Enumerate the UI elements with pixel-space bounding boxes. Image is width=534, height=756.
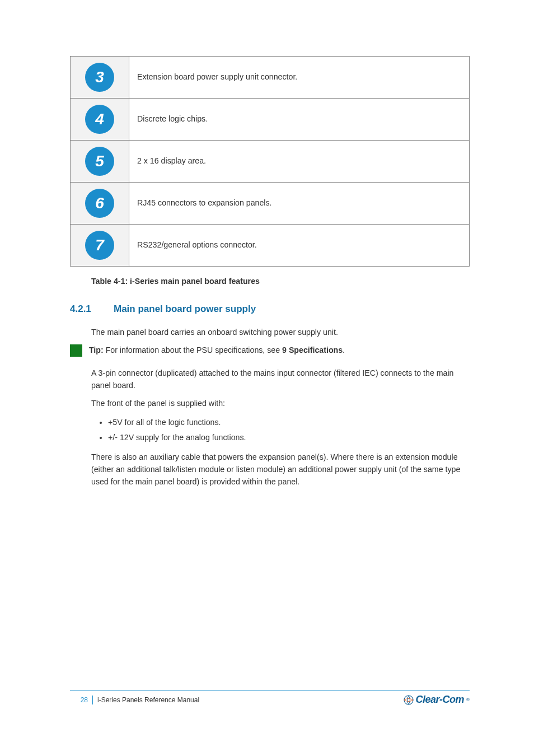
table-row: 5 2 x 16 display area. (71, 141, 470, 183)
number-badge: 6 (85, 189, 114, 218)
brand-logo: Clear-Com® (404, 694, 470, 706)
paragraph: The main panel board carries an onboard … (91, 326, 470, 338)
list-item: +/- 12V supply for the analog functions. (108, 430, 470, 445)
section-title: Main panel board power supply (70, 304, 470, 315)
number-badge: 7 (85, 231, 114, 260)
footer-title: i-Series Panels Reference Manual (97, 696, 404, 704)
feature-table: 3 Extension board power supply unit conn… (70, 56, 470, 267)
paragraph: The front of the panel is supplied with: (91, 397, 470, 409)
row-description: 2 x 16 display area. (129, 141, 470, 183)
number-badge: 3 (85, 63, 114, 92)
globe-icon (404, 695, 414, 705)
tip-link: 9 Specifications (282, 346, 343, 354)
number-badge: 5 (85, 147, 114, 176)
table-row: 7 RS232/general options connector. (71, 225, 470, 267)
list-item: +5V for all of the logic functions. (108, 415, 470, 430)
tip-icon (70, 344, 82, 357)
tip-text: For information about the PSU specificat… (104, 346, 282, 354)
registered-mark: ® (466, 697, 470, 702)
row-description: RS232/general options connector. (129, 225, 470, 267)
section-number: 4.2.1 (70, 304, 114, 315)
page-footer: 28 i-Series Panels Reference Manual Clea… (70, 690, 470, 706)
page-number: 28 (70, 696, 91, 704)
number-badge: 4 (85, 105, 114, 134)
table-caption: Table 4-1: i-Series main panel board fea… (91, 277, 470, 286)
row-description: Extension board power supply unit connec… (129, 57, 470, 99)
brand-text: Clear-Com (416, 694, 465, 706)
paragraph: A 3-pin connector (duplicated) attached … (91, 367, 470, 391)
tip-label: Tip: (87, 346, 104, 354)
table-row: 4 Discrete logic chips. (71, 99, 470, 141)
svg-point-0 (404, 696, 413, 704)
table-row: 3 Extension board power supply unit conn… (71, 57, 470, 99)
tip-after: . (343, 346, 345, 354)
tip-callout: Tip: For information about the PSU speci… (70, 344, 470, 357)
paragraph: There is also an auxiliary cable that po… (91, 451, 470, 488)
row-description: Discrete logic chips. (129, 99, 470, 141)
table-row: 6 RJ45 connectors to expansion panels. (71, 183, 470, 225)
bullet-list: +5V for all of the logic functions. +/- … (108, 415, 470, 445)
row-description: RJ45 connectors to expansion panels. (129, 183, 470, 225)
